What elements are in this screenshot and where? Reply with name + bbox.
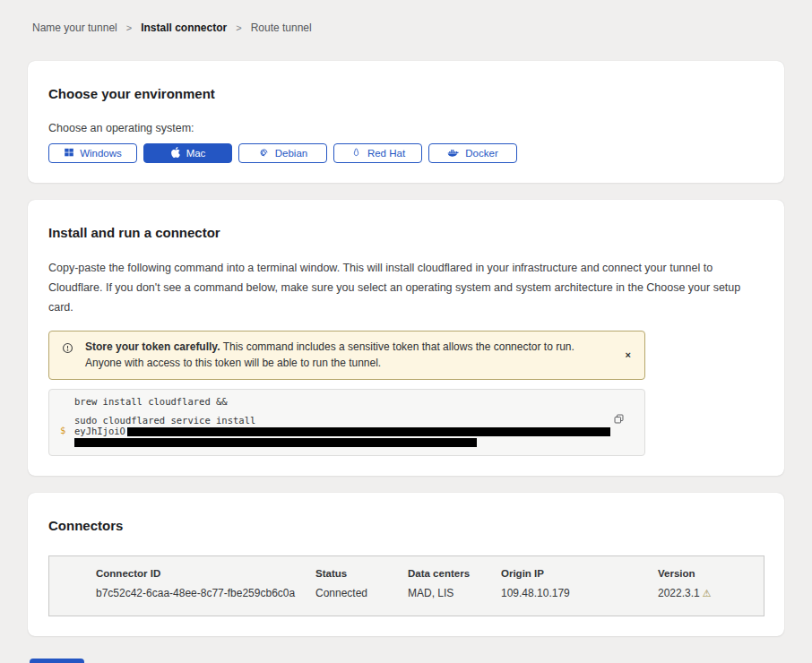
connectors-card: Connectors Connector ID b7c52c42-6caa-48… xyxy=(28,493,784,636)
table-header: Data centers xyxy=(408,568,501,579)
column-data-centers: Data centers MAD, LIS xyxy=(408,568,501,616)
breadcrumb-step-name-tunnel[interactable]: Name your tunnel xyxy=(32,22,117,34)
redhat-penguin-icon xyxy=(350,147,362,160)
origin-ip-value: 109.48.10.179 xyxy=(501,587,658,599)
os-button-docker[interactable]: Docker xyxy=(428,143,517,163)
connectors-card-title: Connectors xyxy=(48,518,758,534)
debian-swirl-icon xyxy=(258,147,270,160)
shell-prompt: $ xyxy=(60,426,65,435)
command-line-1: brew install cloudflared && xyxy=(74,397,609,407)
column-status: Status Connected xyxy=(315,568,408,616)
breadcrumb-step-install-connector[interactable]: Install connector xyxy=(141,22,227,34)
breadcrumb-step-route-tunnel[interactable]: Route tunnel xyxy=(251,22,312,34)
connector-id-value: b7c52c42-6caa-48ee-8c77-fbe259cb6c0a xyxy=(96,587,315,599)
install-command-code-block: $ brew install cloudflared && sudo cloud… xyxy=(48,389,645,456)
choose-environment-card: Choose your environment Choose an operat… xyxy=(28,61,784,183)
status-badge: Connected xyxy=(315,587,408,599)
table-header: Status xyxy=(315,568,408,579)
os-button-label: Debian xyxy=(275,148,307,159)
column-connector-id: Connector ID b7c52c42-6caa-48ee-8c77-fbe… xyxy=(96,568,315,616)
tunnel-setup-page: Name your tunnel > Install connector > R… xyxy=(0,0,812,663)
redacted-token-bar xyxy=(127,427,610,436)
data-centers-value: MAD, LIS xyxy=(408,587,501,599)
breadcrumb: Name your tunnel > Install connector > R… xyxy=(32,22,784,34)
docker-whale-icon xyxy=(447,147,460,160)
connectors-table: Connector ID b7c52c42-6caa-48ee-8c77-fbe… xyxy=(48,555,764,616)
install-card-description: Copy-paste the following command into a … xyxy=(48,259,758,318)
os-button-label: Docker xyxy=(465,148,497,159)
os-button-mac[interactable]: Mac xyxy=(143,143,232,163)
os-select-label: Choose an operating system: xyxy=(48,122,758,134)
os-button-label: Red Hat xyxy=(367,148,405,159)
version-value: 2022.3.1⚠ xyxy=(658,587,764,599)
redacted-token-bar xyxy=(74,438,477,447)
os-button-label: Mac xyxy=(186,148,206,159)
apple-logo-icon xyxy=(170,147,181,159)
command-line-2: sudo cloudflared service install xyxy=(74,416,609,426)
version-warning-icon: ⚠ xyxy=(703,588,712,598)
os-button-label: Windows xyxy=(80,148,122,159)
breadcrumb-separator: > xyxy=(126,22,132,33)
os-button-redhat[interactable]: Red Hat xyxy=(333,143,422,163)
close-icon[interactable]: × xyxy=(626,350,631,360)
breadcrumb-separator: > xyxy=(236,22,241,33)
token-warning-banner: Store your token carefully. This command… xyxy=(48,331,645,380)
os-button-windows[interactable]: Windows xyxy=(48,143,137,163)
environment-card-title: Choose your environment xyxy=(48,86,758,102)
token-line: eyJhIjoiO xyxy=(74,426,609,436)
install-card-title: Install and run a connector xyxy=(48,225,758,241)
windows-logo-icon xyxy=(64,147,74,159)
os-button-group: Windows Mac Debian xyxy=(48,143,758,163)
table-header: Origin IP xyxy=(501,568,658,579)
table-header: Connector ID xyxy=(96,568,315,579)
token-line-2 xyxy=(74,437,609,447)
warning-title: Store your token carefully. xyxy=(85,340,220,353)
os-button-debian[interactable]: Debian xyxy=(238,143,327,163)
next-button[interactable]: Next xyxy=(30,659,84,663)
copy-icon[interactable] xyxy=(613,413,625,427)
circle-exclamation-icon xyxy=(61,341,74,360)
column-origin-ip: Origin IP 109.48.10.179 xyxy=(501,568,658,616)
install-connector-card: Install and run a connector Copy-paste t… xyxy=(28,200,784,476)
table-header: Version xyxy=(658,568,764,579)
token-prefix: eyJhIjoiO xyxy=(74,426,125,436)
column-version: Version 2022.3.1⚠ xyxy=(658,568,764,616)
